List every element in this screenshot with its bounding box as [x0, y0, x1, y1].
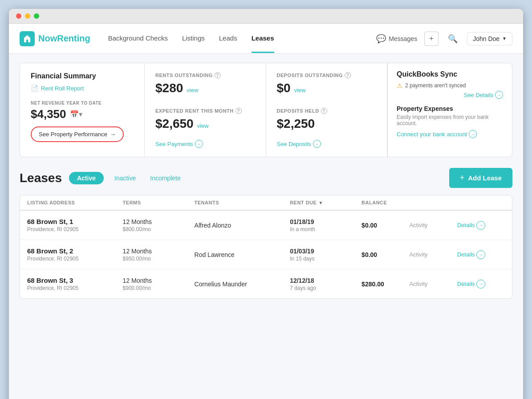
financial-summary-section: Financial Summary 📄 Rent Roll Report NET…	[20, 63, 145, 157]
expected-rent-label: EXPECTED RENT THIS MONTH ?	[155, 108, 255, 114]
see-performance-button[interactable]: See Property Performance →	[31, 126, 124, 142]
deposits-held-label: DEPOSITS HELD ?	[277, 108, 377, 114]
header-rent-due[interactable]: RENT DUE ▼	[290, 200, 361, 205]
details-link-1[interactable]: Details →	[457, 221, 505, 230]
details-arrow-icon-2: →	[476, 250, 485, 259]
leases-title: Leases	[20, 171, 62, 185]
address-cell-2: 68 Brown St, 2 Providence, RI 02905	[27, 247, 123, 262]
rents-section: RENTS OUTSTANDING ? $280 view EXPECTED R…	[145, 63, 266, 157]
header-details-col	[457, 200, 505, 205]
expected-rent-view-link[interactable]: view	[197, 122, 209, 129]
rent-due-cell-2: 01/03/19 In 15 days	[290, 248, 361, 262]
expected-rent-help-icon[interactable]: ?	[236, 108, 242, 114]
warning-icon: ⚠	[397, 82, 402, 89]
financial-summary-card: Financial Summary 📄 Rent Roll Report NET…	[20, 63, 512, 157]
tab-active[interactable]: Active	[69, 172, 104, 184]
header-listing-address: LISTING ADDRESS	[27, 200, 123, 205]
rent-due-cell-3: 12/12/18 7 days ago	[290, 277, 361, 291]
balance-cell-2: $0.00	[361, 251, 409, 258]
terms-cell-3: 12 Months $900.00/mo	[123, 277, 195, 291]
nav-link-leases[interactable]: Leases	[252, 24, 274, 53]
tenant-cell-1: Alfred Alonzo	[195, 222, 290, 229]
address-cell-1: 68 Brown St, 1 Providence, RI 02905	[27, 218, 123, 232]
activity-link-3[interactable]: Activity	[409, 281, 457, 287]
activity-link-1[interactable]: Activity	[409, 222, 457, 228]
details-link-3[interactable]: Details →	[457, 280, 505, 289]
header-tenants: TENANTS	[195, 200, 290, 205]
rent-due-cell-1: 01/18/19 In a month	[290, 218, 361, 232]
nav-links: Background Checks Listings Leads Leases	[108, 24, 377, 53]
quickbooks-section: QuickBooks Sync ⚠ 2 payments aren't sync…	[387, 63, 512, 157]
see-payments-link[interactable]: See Payments →	[155, 140, 255, 148]
details-link-2[interactable]: Details →	[457, 250, 505, 259]
see-deposits-arrow-icon: →	[313, 140, 321, 148]
tab-inactive[interactable]: Inactive	[111, 172, 139, 184]
browser-dot-yellow[interactable]	[25, 13, 30, 19]
nav-add-button[interactable]: ＋	[424, 32, 439, 46]
rent-roll-link[interactable]: 📄 Rent Roll Report	[31, 85, 134, 92]
message-bubble-icon: 💬	[376, 34, 386, 44]
header-terms: TERMS	[123, 200, 195, 205]
arrow-right-icon: →	[110, 131, 116, 138]
see-payments-arrow-icon: →	[195, 140, 203, 148]
activity-link-2[interactable]: Activity	[409, 251, 457, 258]
nav-link-background-checks[interactable]: Background Checks	[108, 24, 168, 53]
nav-messages-button[interactable]: 💬 Messages	[376, 34, 417, 44]
logo-text: NowRenting	[38, 33, 90, 44]
tenant-cell-2: Rod Lawrence	[195, 251, 290, 258]
property-expenses-title: Property Expenses	[397, 105, 503, 112]
tenant-cell-3: Cornelius Maunder	[195, 281, 290, 288]
deposits-outstanding-help-icon[interactable]: ?	[345, 72, 351, 78]
expected-rent-amount: $2,650	[155, 117, 194, 131]
browser-window: NowRenting Background Checks Listings Le…	[9, 9, 523, 399]
net-revenue-label: NET REVENUE YEAR TO DATE	[31, 101, 134, 106]
table-row: 68 Brown St, 3 Providence, RI 02905 12 M…	[20, 269, 512, 298]
nav-link-leads[interactable]: Leads	[219, 24, 237, 53]
add-lease-button[interactable]: + Add Lease	[449, 168, 512, 188]
deposits-view-link[interactable]: view	[294, 87, 306, 94]
rents-view-link[interactable]: view	[187, 87, 198, 94]
tab-incomplete[interactable]: Incomplete	[146, 172, 184, 184]
quickbooks-warning: ⚠ 2 payments aren't synced	[397, 82, 503, 89]
browser-dot-green[interactable]	[34, 13, 39, 19]
deposits-held-help-icon[interactable]: ?	[321, 108, 327, 114]
connect-bank-link[interactable]: Connect your bank account →	[397, 130, 503, 138]
document-icon: 📄	[31, 85, 38, 92]
deposits-outstanding-amount: $0	[277, 81, 291, 95]
leases-header: Leases Active Inactive Incomplete + Add …	[20, 168, 512, 188]
table-row: 68 Brown St, 2 Providence, RI 02905 12 M…	[20, 240, 512, 269]
terms-cell-2: 12 Months $950.00/mo	[123, 248, 195, 262]
see-details-arrow-icon: →	[495, 91, 503, 99]
rents-outstanding-amount: $280	[155, 81, 183, 95]
nav-right: 💬 Messages ＋ 🔍 John Doe ▼	[376, 32, 512, 46]
sort-arrow-icon: ▼	[318, 200, 323, 205]
balance-cell-3: $280.00	[361, 281, 409, 288]
balance-cell-1: $0.00	[361, 222, 409, 229]
header-balance: BALANCE	[361, 200, 409, 205]
header-activity-col	[409, 200, 457, 205]
see-deposits-link[interactable]: See Deposits →	[277, 140, 377, 148]
financial-summary-title: Financial Summary	[31, 72, 134, 80]
table-row: 68 Brown St, 1 Providence, RI 02905 12 M…	[20, 211, 512, 240]
browser-chrome	[9, 9, 523, 24]
see-performance-label: See Property Performance	[39, 131, 107, 138]
chevron-down-icon: ▼	[502, 36, 507, 41]
quickbooks-see-details-link[interactable]: See Details →	[397, 91, 503, 99]
nav-search-button[interactable]: 🔍	[446, 32, 460, 46]
terms-cell-1: 12 Months $800.00/mo	[123, 218, 195, 232]
calendar-icon[interactable]: 📅▾	[70, 110, 82, 118]
messages-label: Messages	[389, 35, 417, 42]
navbar: NowRenting Background Checks Listings Le…	[9, 24, 523, 54]
connect-bank-arrow-icon: →	[469, 130, 477, 138]
address-cell-3: 68 Brown St, 3 Providence, RI 02905	[27, 277, 123, 291]
leases-table: LISTING ADDRESS TERMS TENANTS RENT DUE ▼…	[20, 195, 512, 299]
logo-area: NowRenting	[20, 31, 90, 46]
logo-icon	[20, 31, 35, 46]
browser-dot-red[interactable]	[16, 13, 21, 19]
nav-user-menu[interactable]: John Doe ▼	[467, 32, 512, 45]
nav-link-listings[interactable]: Listings	[182, 24, 205, 53]
user-name: John Doe	[473, 35, 500, 42]
net-revenue-row: $4,350 📅▾	[31, 107, 134, 121]
rents-help-icon[interactable]: ?	[215, 72, 221, 78]
deposits-held-amount: $2,250	[277, 117, 315, 131]
